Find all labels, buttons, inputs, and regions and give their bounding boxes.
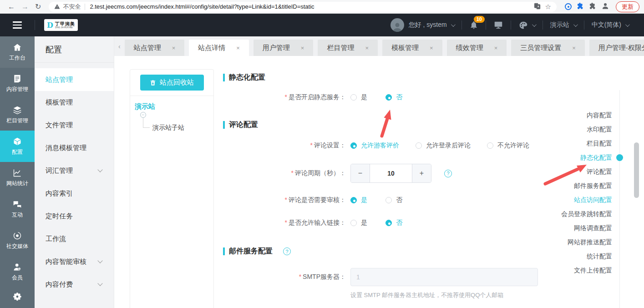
sidebar-item-settings[interactable] bbox=[0, 288, 35, 306]
sidebar-item-statistics[interactable]: 网站统计 bbox=[0, 162, 35, 193]
browser-back-icon[interactable]: ← bbox=[8, 3, 15, 10]
anchor-site-group-push-config[interactable]: 网站群推送配置 bbox=[561, 235, 612, 249]
tab-user-management[interactable]: 用户管理× bbox=[254, 40, 314, 56]
anchor-survey-config[interactable]: 网络调查配置 bbox=[561, 221, 612, 235]
submenu-item-workflow[interactable]: 工作流 bbox=[35, 227, 114, 250]
logo-subtext: DING JIA RUN MEI bbox=[55, 26, 73, 29]
tab-label: 站点详情 bbox=[198, 44, 225, 52]
anchor-static-config[interactable]: 静态化配置 bbox=[561, 151, 612, 165]
extension-puzzle-dark-icon[interactable] bbox=[589, 2, 596, 11]
panel-divider bbox=[130, 96, 213, 96]
decrease-button[interactable]: − bbox=[351, 164, 370, 182]
tab-site-detail[interactable]: 站点详情× bbox=[189, 40, 249, 56]
main-sidebar: 工作台 内容管理 栏目管理 配置 网站统计 互动 社交媒体 会员 bbox=[0, 36, 35, 308]
tree-collapse-toggle[interactable]: − bbox=[140, 112, 146, 118]
extension-badge-icon[interactable] bbox=[565, 3, 572, 10]
anchor-comment-config[interactable]: 评论配置 bbox=[561, 165, 612, 179]
allow-link-yes-radio[interactable]: 是 bbox=[350, 219, 367, 227]
tab-label: 用户管理-权限分配 bbox=[598, 44, 644, 52]
comment-period-value[interactable]: 10 bbox=[370, 164, 412, 182]
sidebar-item-content[interactable]: 内容管理 bbox=[0, 68, 35, 99]
omnibox-divider bbox=[85, 4, 85, 10]
tab-column-management[interactable]: 栏目管理× bbox=[318, 40, 378, 56]
static-service-yes-radio[interactable]: 是 bbox=[350, 93, 367, 101]
recycle-button-label: 站点回收站 bbox=[160, 78, 194, 87]
address-bar[interactable]: 不安全 2.test.jeecms.com/jeecms/index.html#… bbox=[49, 2, 557, 12]
smtp-server-input[interactable] bbox=[350, 268, 538, 286]
extension-puzzle-blue-icon[interactable] bbox=[577, 2, 584, 11]
help-icon[interactable]: ? bbox=[283, 247, 291, 255]
url-text[interactable]: 2.test.jeecms.com/jeecms/index.html#/con… bbox=[90, 3, 530, 10]
close-icon[interactable]: × bbox=[236, 45, 240, 51]
browser-reload-icon[interactable]: ↻ bbox=[35, 3, 41, 10]
anchor-statistics-config[interactable]: 统计配置 bbox=[561, 249, 612, 263]
tree-node-child-site[interactable]: 演示站子站 bbox=[152, 124, 184, 132]
site-select[interactable]: 演示站 bbox=[543, 21, 584, 29]
submenu-item-scheduled-tasks[interactable]: 定时任务 bbox=[35, 205, 114, 227]
comment-disallow-radio[interactable]: 不允许评论 bbox=[487, 141, 529, 150]
increase-button[interactable]: + bbox=[412, 164, 431, 182]
tabs-scroll-left-icon[interactable]: ‹ bbox=[114, 43, 125, 50]
audit-yes-radio[interactable]: 是 bbox=[350, 196, 367, 204]
scrollbar-thumb[interactable] bbox=[634, 142, 639, 198]
theme-menu[interactable] bbox=[511, 20, 543, 30]
submenu-item-template-management[interactable]: 模板管理 bbox=[35, 91, 114, 114]
not-secure-warning-icon[interactable] bbox=[54, 4, 60, 10]
submenu-item-message-template[interactable]: 消息模板管理 bbox=[35, 136, 114, 159]
anchor-content-config[interactable]: 内容配置 bbox=[561, 108, 612, 122]
field-label: *是否允许输入链接： bbox=[223, 219, 346, 227]
tab-label: 站点管理 bbox=[134, 44, 161, 52]
anchor-member-redirect-config[interactable]: 会员登录跳转配置 bbox=[561, 207, 612, 221]
tree-node-root-site[interactable]: 演示站 bbox=[135, 102, 155, 111]
submenu-item-file-management[interactable]: 文件管理 bbox=[35, 114, 114, 136]
translate-icon[interactable] bbox=[534, 3, 541, 11]
browser-update-button[interactable]: 更新 bbox=[616, 1, 639, 12]
anchor-file-upload-config[interactable]: 文件上传配置 bbox=[561, 263, 612, 278]
tab-performance-management[interactable]: 绩效管理× bbox=[447, 40, 507, 56]
language-select[interactable]: 中文(简体) bbox=[584, 21, 636, 29]
section-title: 评论配置 bbox=[229, 120, 258, 130]
sidebar-item-interaction[interactable]: 互动 bbox=[0, 193, 35, 225]
menu-toggle-icon[interactable] bbox=[0, 21, 35, 29]
close-icon[interactable]: × bbox=[572, 45, 576, 51]
help-icon[interactable]: ? bbox=[444, 170, 452, 177]
site-recycle-bin-button[interactable]: 站点回收站 bbox=[140, 75, 204, 91]
allow-link-no-radio[interactable]: 否 bbox=[385, 219, 402, 227]
tab-user-permission[interactable]: 用户管理-权限分配 bbox=[589, 40, 644, 56]
sidebar-item-config[interactable]: 配置 bbox=[0, 131, 35, 162]
submenu-item-paid-content[interactable]: 内容付费 bbox=[35, 273, 114, 296]
smtp-help-text: 设置 SMTP 邮件服务器主机地址，不推荐使用QQ个人邮箱 bbox=[350, 291, 503, 299]
browser-forward-icon[interactable]: → bbox=[21, 3, 29, 10]
monitor-button[interactable] bbox=[486, 20, 511, 30]
browser-profile-icon[interactable] bbox=[601, 2, 609, 12]
anchor-site-access-config[interactable]: 站点访问配置 bbox=[561, 193, 612, 207]
tab-site-management[interactable]: 站点管理× bbox=[125, 40, 185, 56]
tab-three-admin-settings[interactable]: 三员管理设置× bbox=[511, 40, 585, 56]
anchor-column-config[interactable]: 栏目配置 bbox=[561, 136, 612, 151]
close-icon[interactable]: × bbox=[301, 45, 304, 51]
bookmark-star-icon[interactable]: ☆ bbox=[545, 3, 551, 11]
close-icon[interactable]: × bbox=[172, 45, 176, 51]
close-icon[interactable]: × bbox=[430, 45, 433, 51]
audit-no-radio[interactable]: 否 bbox=[385, 196, 402, 204]
sidebar-item-columns[interactable]: 栏目管理 bbox=[0, 99, 35, 131]
user-menu[interactable]: 您好 , system bbox=[383, 18, 461, 32]
sidebar-item-workbench[interactable]: 工作台 bbox=[0, 36, 35, 68]
submenu-item-label: 文件管理 bbox=[46, 121, 73, 130]
close-icon[interactable]: × bbox=[365, 45, 369, 51]
sidebar-item-members[interactable]: 会员 bbox=[0, 256, 35, 288]
chevron-down-icon bbox=[532, 22, 537, 27]
static-service-no-radio[interactable]: 否 bbox=[385, 93, 402, 101]
comment-login-radio[interactable]: 允许登录后评论 bbox=[416, 141, 471, 150]
tab-template-management[interactable]: 模板管理× bbox=[382, 40, 442, 56]
close-icon[interactable]: × bbox=[494, 45, 498, 51]
submenu-item-content-index[interactable]: 内容索引 bbox=[35, 182, 114, 205]
comment-guest-radio[interactable]: 允许游客评价 bbox=[350, 141, 399, 150]
anchor-watermark-config[interactable]: 水印配置 bbox=[561, 122, 612, 136]
submenu-item-ai-review[interactable]: 内容智能审核 bbox=[35, 250, 114, 273]
submenu-item-vocabulary[interactable]: 词汇管理 bbox=[35, 159, 114, 182]
notifications-button[interactable]: 10 bbox=[462, 20, 486, 30]
sidebar-item-social[interactable]: 社交媒体 bbox=[0, 225, 35, 256]
anchor-mail-config[interactable]: 邮件服务配置 bbox=[561, 179, 612, 193]
submenu-item-site-management[interactable]: 站点管理 bbox=[35, 68, 114, 91]
